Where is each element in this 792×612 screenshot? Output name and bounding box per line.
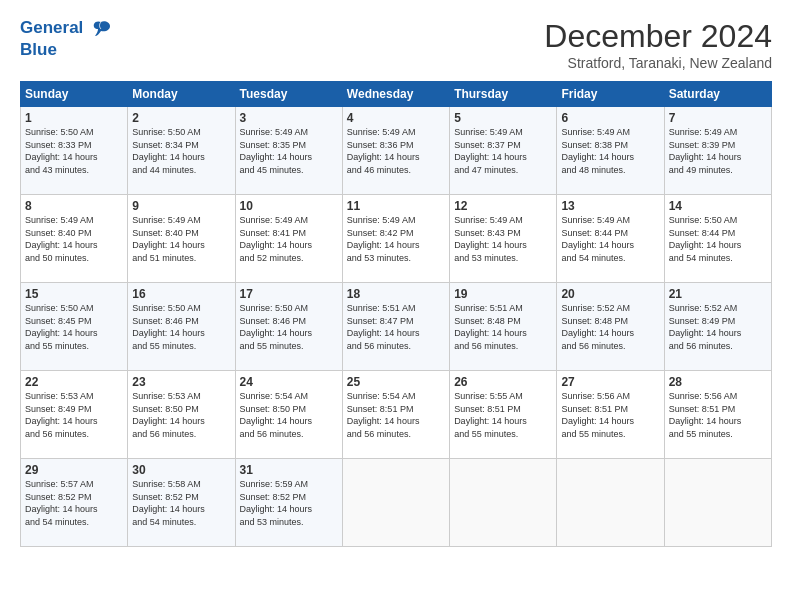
calendar-cell: 31Sunrise: 5:59 AM Sunset: 8:52 PM Dayli… [235, 459, 342, 547]
day-info: Sunrise: 5:50 AM Sunset: 8:44 PM Dayligh… [669, 214, 767, 264]
col-saturday: Saturday [664, 82, 771, 107]
calendar-cell: 20Sunrise: 5:52 AM Sunset: 8:48 PM Dayli… [557, 283, 664, 371]
day-info: Sunrise: 5:49 AM Sunset: 8:44 PM Dayligh… [561, 214, 659, 264]
day-number: 13 [561, 199, 659, 213]
logo-blue: Blue [20, 40, 112, 60]
day-number: 27 [561, 375, 659, 389]
day-info: Sunrise: 5:49 AM Sunset: 8:38 PM Dayligh… [561, 126, 659, 176]
day-number: 17 [240, 287, 338, 301]
day-number: 15 [25, 287, 123, 301]
day-number: 10 [240, 199, 338, 213]
day-number: 11 [347, 199, 445, 213]
calendar-cell: 4Sunrise: 5:49 AM Sunset: 8:36 PM Daylig… [342, 107, 449, 195]
day-info: Sunrise: 5:50 AM Sunset: 8:33 PM Dayligh… [25, 126, 123, 176]
calendar-cell: 6Sunrise: 5:49 AM Sunset: 8:38 PM Daylig… [557, 107, 664, 195]
day-info: Sunrise: 5:55 AM Sunset: 8:51 PM Dayligh… [454, 390, 552, 440]
calendar-cell: 27Sunrise: 5:56 AM Sunset: 8:51 PM Dayli… [557, 371, 664, 459]
day-number: 30 [132, 463, 230, 477]
logo-text: General Blue [20, 18, 112, 60]
day-info: Sunrise: 5:49 AM Sunset: 8:40 PM Dayligh… [132, 214, 230, 264]
day-info: Sunrise: 5:49 AM Sunset: 8:36 PM Dayligh… [347, 126, 445, 176]
table-row: 1Sunrise: 5:50 AM Sunset: 8:33 PM Daylig… [21, 107, 772, 195]
day-info: Sunrise: 5:52 AM Sunset: 8:49 PM Dayligh… [669, 302, 767, 352]
day-number: 2 [132, 111, 230, 125]
day-info: Sunrise: 5:58 AM Sunset: 8:52 PM Dayligh… [132, 478, 230, 528]
day-info: Sunrise: 5:49 AM Sunset: 8:39 PM Dayligh… [669, 126, 767, 176]
location-subtitle: Stratford, Taranaki, New Zealand [544, 55, 772, 71]
calendar-cell: 19Sunrise: 5:51 AM Sunset: 8:48 PM Dayli… [450, 283, 557, 371]
day-info: Sunrise: 5:54 AM Sunset: 8:51 PM Dayligh… [347, 390, 445, 440]
day-info: Sunrise: 5:49 AM Sunset: 8:37 PM Dayligh… [454, 126, 552, 176]
calendar-cell: 9Sunrise: 5:49 AM Sunset: 8:40 PM Daylig… [128, 195, 235, 283]
day-info: Sunrise: 5:53 AM Sunset: 8:49 PM Dayligh… [25, 390, 123, 440]
day-number: 23 [132, 375, 230, 389]
day-info: Sunrise: 5:57 AM Sunset: 8:52 PM Dayligh… [25, 478, 123, 528]
day-number: 14 [669, 199, 767, 213]
calendar-cell: 23Sunrise: 5:53 AM Sunset: 8:50 PM Dayli… [128, 371, 235, 459]
table-row: 29Sunrise: 5:57 AM Sunset: 8:52 PM Dayli… [21, 459, 772, 547]
month-title: December 2024 [544, 18, 772, 55]
logo: General Blue [20, 18, 112, 60]
day-info: Sunrise: 5:51 AM Sunset: 8:47 PM Dayligh… [347, 302, 445, 352]
calendar-table: Sunday Monday Tuesday Wednesday Thursday… [20, 81, 772, 547]
calendar-cell: 2Sunrise: 5:50 AM Sunset: 8:34 PM Daylig… [128, 107, 235, 195]
day-number: 29 [25, 463, 123, 477]
table-row: 15Sunrise: 5:50 AM Sunset: 8:45 PM Dayli… [21, 283, 772, 371]
calendar-cell: 8Sunrise: 5:49 AM Sunset: 8:40 PM Daylig… [21, 195, 128, 283]
header-row: Sunday Monday Tuesday Wednesday Thursday… [21, 82, 772, 107]
calendar-cell: 15Sunrise: 5:50 AM Sunset: 8:45 PM Dayli… [21, 283, 128, 371]
calendar-cell: 16Sunrise: 5:50 AM Sunset: 8:46 PM Dayli… [128, 283, 235, 371]
calendar-cell: 5Sunrise: 5:49 AM Sunset: 8:37 PM Daylig… [450, 107, 557, 195]
day-number: 9 [132, 199, 230, 213]
calendar-cell: 24Sunrise: 5:54 AM Sunset: 8:50 PM Dayli… [235, 371, 342, 459]
day-info: Sunrise: 5:51 AM Sunset: 8:48 PM Dayligh… [454, 302, 552, 352]
day-number: 12 [454, 199, 552, 213]
calendar-cell: 29Sunrise: 5:57 AM Sunset: 8:52 PM Dayli… [21, 459, 128, 547]
day-info: Sunrise: 5:52 AM Sunset: 8:48 PM Dayligh… [561, 302, 659, 352]
day-number: 31 [240, 463, 338, 477]
header: General Blue December 2024 Stratford, Ta… [20, 18, 772, 71]
day-number: 4 [347, 111, 445, 125]
col-tuesday: Tuesday [235, 82, 342, 107]
day-number: 16 [132, 287, 230, 301]
calendar-cell: 21Sunrise: 5:52 AM Sunset: 8:49 PM Dayli… [664, 283, 771, 371]
table-row: 8Sunrise: 5:49 AM Sunset: 8:40 PM Daylig… [21, 195, 772, 283]
day-info: Sunrise: 5:49 AM Sunset: 8:43 PM Dayligh… [454, 214, 552, 264]
day-number: 26 [454, 375, 552, 389]
day-info: Sunrise: 5:59 AM Sunset: 8:52 PM Dayligh… [240, 478, 338, 528]
calendar-cell [342, 459, 449, 547]
day-info: Sunrise: 5:50 AM Sunset: 8:34 PM Dayligh… [132, 126, 230, 176]
calendar-cell: 7Sunrise: 5:49 AM Sunset: 8:39 PM Daylig… [664, 107, 771, 195]
col-thursday: Thursday [450, 82, 557, 107]
calendar-cell: 22Sunrise: 5:53 AM Sunset: 8:49 PM Dayli… [21, 371, 128, 459]
title-block: December 2024 Stratford, Taranaki, New Z… [544, 18, 772, 71]
day-number: 22 [25, 375, 123, 389]
day-number: 6 [561, 111, 659, 125]
page: General Blue December 2024 Stratford, Ta… [0, 0, 792, 612]
day-number: 8 [25, 199, 123, 213]
col-wednesday: Wednesday [342, 82, 449, 107]
calendar-cell: 1Sunrise: 5:50 AM Sunset: 8:33 PM Daylig… [21, 107, 128, 195]
calendar-cell: 14Sunrise: 5:50 AM Sunset: 8:44 PM Dayli… [664, 195, 771, 283]
day-info: Sunrise: 5:50 AM Sunset: 8:46 PM Dayligh… [240, 302, 338, 352]
day-info: Sunrise: 5:49 AM Sunset: 8:35 PM Dayligh… [240, 126, 338, 176]
day-info: Sunrise: 5:50 AM Sunset: 8:45 PM Dayligh… [25, 302, 123, 352]
day-info: Sunrise: 5:54 AM Sunset: 8:50 PM Dayligh… [240, 390, 338, 440]
calendar-cell: 10Sunrise: 5:49 AM Sunset: 8:41 PM Dayli… [235, 195, 342, 283]
calendar-cell [557, 459, 664, 547]
calendar-cell: 28Sunrise: 5:56 AM Sunset: 8:51 PM Dayli… [664, 371, 771, 459]
day-number: 18 [347, 287, 445, 301]
day-info: Sunrise: 5:53 AM Sunset: 8:50 PM Dayligh… [132, 390, 230, 440]
table-row: 22Sunrise: 5:53 AM Sunset: 8:49 PM Dayli… [21, 371, 772, 459]
col-monday: Monday [128, 82, 235, 107]
calendar-cell: 3Sunrise: 5:49 AM Sunset: 8:35 PM Daylig… [235, 107, 342, 195]
calendar-cell: 30Sunrise: 5:58 AM Sunset: 8:52 PM Dayli… [128, 459, 235, 547]
day-number: 25 [347, 375, 445, 389]
day-info: Sunrise: 5:49 AM Sunset: 8:42 PM Dayligh… [347, 214, 445, 264]
day-number: 5 [454, 111, 552, 125]
day-number: 24 [240, 375, 338, 389]
logo-general: General [20, 18, 83, 37]
day-number: 19 [454, 287, 552, 301]
calendar-cell: 25Sunrise: 5:54 AM Sunset: 8:51 PM Dayli… [342, 371, 449, 459]
day-number: 1 [25, 111, 123, 125]
